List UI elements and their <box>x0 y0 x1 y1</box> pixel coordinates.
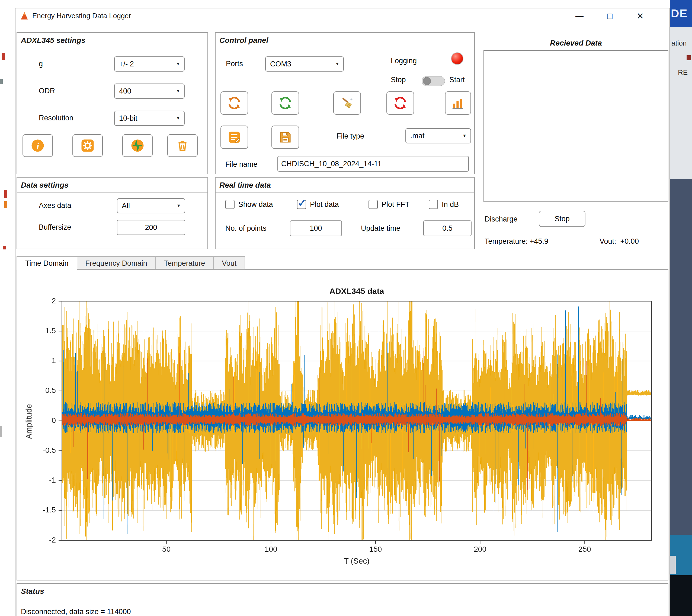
checkbox-label: In dB <box>442 200 459 209</box>
g-dropdown-value: +/- 2 <box>115 60 172 68</box>
background-text-fragment: ation <box>671 39 687 47</box>
vout-readout: Vout: +0.00 <box>600 237 639 246</box>
tab-frequency-domain[interactable]: Frequency Domain <box>77 256 156 269</box>
show-data-checkbox[interactable]: Show data <box>225 199 273 210</box>
file-type-dropdown-value: .mat <box>406 132 458 140</box>
app-window: Energy Harvesting Data Logger — □ × ADXL… <box>15 8 670 616</box>
odr-dropdown[interactable]: 400 ▼ <box>114 84 185 99</box>
vibration-icon <box>130 138 145 153</box>
in-db-checkbox[interactable]: In dB <box>429 199 459 210</box>
adxl345-settings-panel: ADXL345 settings g +/- 2 ▼ ODR 400 ▼ Res… <box>17 32 208 174</box>
buffersize-input[interactable] <box>117 220 185 235</box>
status-text: Disconnected, data size = 114000 <box>21 608 131 616</box>
reset-button[interactable] <box>386 91 414 115</box>
background-block <box>670 575 692 616</box>
floppy-disk-icon <box>278 130 293 145</box>
plot-data-checkbox[interactable]: ✓ Plot data <box>297 199 339 210</box>
received-data-list[interactable] <box>483 50 668 202</box>
temperature-value: +45.9 <box>530 237 548 245</box>
file-name-input[interactable] <box>277 156 469 172</box>
plot-fft-checkbox[interactable]: Plot FFT <box>368 199 410 210</box>
sync-icon <box>278 96 293 110</box>
axes-data-label: Axes data <box>39 201 71 210</box>
log-button[interactable] <box>220 126 248 149</box>
chart-button[interactable] <box>445 91 471 115</box>
window-edge-fragment <box>4 190 7 198</box>
notepad-icon <box>227 130 242 145</box>
info-icon: i <box>30 138 45 153</box>
bar-chart-icon <box>451 96 465 110</box>
window-edge-fragment <box>0 79 3 84</box>
chevron-down-icon: ▼ <box>172 62 184 66</box>
background-notch <box>670 556 676 574</box>
chevron-down-icon: ▼ <box>173 203 185 208</box>
minimize-button[interactable]: — <box>569 8 590 24</box>
svg-text:i: i <box>36 141 39 152</box>
maximize-button[interactable]: □ <box>599 8 621 24</box>
clean-button[interactable] <box>333 91 361 115</box>
odr-dropdown-value: 400 <box>115 87 172 95</box>
g-dropdown[interactable]: +/- 2 ▼ <box>114 57 185 71</box>
window-edge-fragment <box>4 201 7 208</box>
g-label: g <box>39 60 43 68</box>
vibration-button[interactable] <box>122 134 153 157</box>
toggle-knob <box>423 77 431 85</box>
chart-title: ADXL345 data <box>62 287 652 296</box>
update-time-label: Update time <box>361 224 401 233</box>
real-time-data-panel: Real time data Show data ✓ Plot data Plo… <box>215 177 475 249</box>
resolution-dropdown[interactable]: 10-bit ▼ <box>114 111 185 126</box>
ports-dropdown[interactable]: COM3 ▼ <box>265 57 344 71</box>
panel-title: ADXL345 settings <box>17 33 208 48</box>
data-settings-panel: Data settings Axes data All ▼ Buffersize <box>17 177 208 249</box>
file-name-label: File name <box>225 160 258 169</box>
temperature-readout: Temperature: +45.9 <box>484 237 548 246</box>
background-right-strip: DE ation RE <box>670 0 692 616</box>
checkbox-label: Show data <box>238 200 273 209</box>
trash-button[interactable] <box>167 134 198 157</box>
screen: DE ation RE Energy Harvesting Data Logge… <box>0 0 692 616</box>
info-button[interactable]: i <box>22 134 53 157</box>
logging-toggle[interactable] <box>421 76 445 86</box>
panel-title: Control panel <box>216 33 474 48</box>
chevron-down-icon: ▼ <box>331 62 343 66</box>
background-pane: ation RE <box>670 27 692 179</box>
gear-icon <box>80 138 95 153</box>
trash-icon <box>175 138 190 153</box>
resolution-dropdown-value: 10-bit <box>115 114 172 123</box>
chevron-down-icon: ▼ <box>172 89 184 93</box>
tab-time-domain[interactable]: Time Domain <box>17 256 77 270</box>
background-chip <box>687 55 691 60</box>
tab-temperature[interactable]: Temperature <box>155 256 214 269</box>
tab-bar: Time Domain Frequency Domain Temperature… <box>17 256 244 270</box>
chevron-down-icon: ▼ <box>172 116 184 120</box>
file-type-dropdown[interactable]: .mat ▼ <box>405 128 471 144</box>
chart-y-axis-label: Amplitude <box>25 400 34 443</box>
title-bar: Energy Harvesting Data Logger — □ × <box>16 8 670 24</box>
panel-title: Real time data <box>216 178 474 193</box>
window-edge-fragment <box>2 53 5 60</box>
points-input[interactable] <box>290 220 342 236</box>
broom-icon <box>340 96 354 110</box>
settings-button[interactable] <box>72 134 103 157</box>
axes-data-dropdown[interactable]: All ▼ <box>117 198 185 213</box>
vout-value: +0.00 <box>621 237 639 245</box>
file-type-label: File type <box>337 132 364 140</box>
close-button[interactable]: × <box>629 8 651 24</box>
update-time-input[interactable] <box>423 220 472 236</box>
checkbox-box <box>429 200 438 209</box>
status-panel: Status Disconnected, data size = 114000 <box>17 583 668 616</box>
background-text-fragment: RE <box>678 68 688 77</box>
save-button[interactable] <box>272 126 299 149</box>
chevron-down-icon: ▼ <box>458 133 471 138</box>
tab-vout[interactable]: Vout <box>213 256 245 269</box>
refresh-icon <box>227 96 242 110</box>
background-header: DE <box>670 0 692 27</box>
background-text-fragment: DE <box>671 7 688 20</box>
logging-label: Logging <box>391 57 417 65</box>
refresh-button[interactable] <box>220 91 248 115</box>
background-left-strip <box>0 0 15 616</box>
ports-dropdown-value: COM3 <box>266 60 331 68</box>
discharge-stop-button[interactable]: Stop <box>539 211 585 227</box>
sync-button[interactable] <box>272 91 299 115</box>
logging-lamp-red <box>451 52 463 65</box>
